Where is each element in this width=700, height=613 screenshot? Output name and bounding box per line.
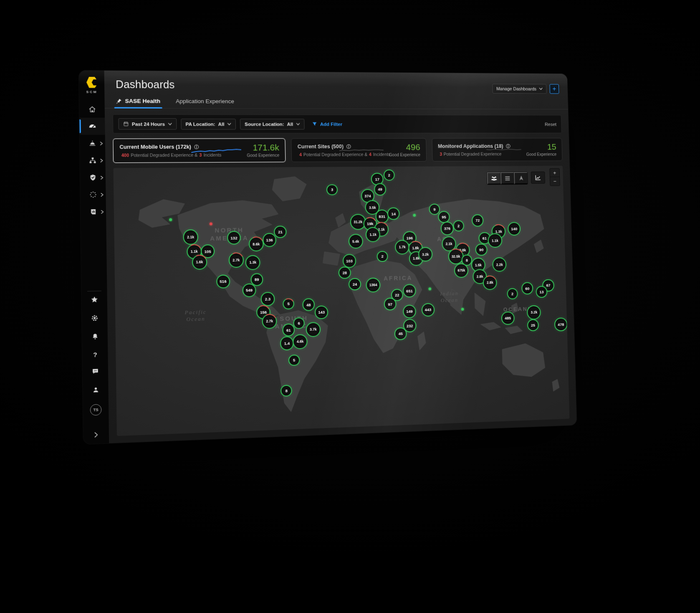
map-navigate-button[interactable] xyxy=(514,172,528,184)
map-bubble-value: 6 xyxy=(298,321,300,325)
map-bubble-value: 9 xyxy=(433,207,435,212)
map-view-users-button[interactable] xyxy=(487,172,501,184)
map-bubble[interactable]: 24 xyxy=(349,278,361,290)
sidebar-collapse-icon[interactable] xyxy=(94,431,99,439)
sidebar-item-network[interactable] xyxy=(80,152,105,169)
map-view-list-button[interactable] xyxy=(500,172,514,184)
kpi-row: Current Mobile Users (172k) ⓘ 400 Potent… xyxy=(113,138,563,163)
map-bubble-value: 831 xyxy=(379,214,385,219)
sidebar-item-incidents[interactable] xyxy=(80,135,105,152)
pa-location-dropdown[interactable]: PA Location: All xyxy=(181,119,236,129)
sidebar-item-home[interactable] xyxy=(79,101,105,118)
profile-person-icon[interactable] xyxy=(92,386,99,395)
scm-logo[interactable]: SCM xyxy=(85,76,99,94)
map-bubble-value: 72 xyxy=(475,218,480,223)
pin-icon xyxy=(116,98,122,104)
kpi-card-monitored-applications[interactable]: Monitored Applications (18) ⓘ 3 Potentia… xyxy=(432,138,562,161)
map-bubble-value: 8 xyxy=(466,258,468,263)
map-bubble-value: 149 xyxy=(406,309,413,314)
map-bubble-value: 2.1k xyxy=(187,235,194,239)
map-bubble[interactable]: 2 xyxy=(453,220,464,231)
chevron-down-icon xyxy=(168,123,172,125)
sidebar-item-security[interactable] xyxy=(80,169,106,186)
map-bubble[interactable]: 1.6k xyxy=(192,254,207,269)
map-bubble-value: 14 xyxy=(391,211,396,216)
map-bubble[interactable]: 32.5k xyxy=(448,248,463,264)
world-map[interactable]: NORTHAMERICASOUTHAMERICAAFRICAASIAOCEANI… xyxy=(113,166,569,436)
shield-check-icon xyxy=(89,174,97,182)
kpi-card-sites[interactable]: Current Sites (500) ⓘ 4 Potential Degrad… xyxy=(291,138,427,162)
tab-sase-health[interactable]: SASE Health xyxy=(116,98,161,108)
map-bubble[interactable]: 103 xyxy=(343,254,356,268)
map-bubble-value: 1.7k xyxy=(399,245,405,249)
map-bubble-value: 61 xyxy=(483,236,487,241)
map-bubble-value: 376 xyxy=(444,226,451,231)
user-avatar[interactable]: TS xyxy=(90,404,102,416)
map-bubble[interactable]: 28 xyxy=(339,266,351,279)
source-location-dropdown[interactable]: Source Location: All xyxy=(240,119,304,129)
map-bubble[interactable]: 72 xyxy=(472,214,484,226)
time-range-dropdown[interactable]: Past 24 Hours xyxy=(118,118,177,129)
sidebar-item-dashboards[interactable] xyxy=(79,118,105,135)
map-bubble-value: 8 xyxy=(285,388,288,393)
map-bubble-value: 1.3k xyxy=(249,260,256,264)
map-bubble[interactable]: 2.7k xyxy=(229,253,244,268)
network-icon xyxy=(88,157,96,165)
scm-logo-icon xyxy=(85,76,99,89)
map-bubble[interactable]: 2 xyxy=(507,288,518,299)
kpi-value-label: Good Experience xyxy=(389,152,420,157)
page-title: Dashboards xyxy=(116,78,175,91)
map-bubble[interactable]: 376 xyxy=(441,222,454,235)
sparkline-chart xyxy=(191,146,242,155)
map-bubble[interactable]: 136 xyxy=(263,233,276,247)
zoom-in-button[interactable]: + xyxy=(550,169,559,177)
map-bubble[interactable]: 2.3 xyxy=(261,292,275,306)
stage: SCM xyxy=(0,0,700,613)
tab-application-experience[interactable]: Application Experience xyxy=(176,98,234,109)
kpi-value: 496 xyxy=(389,143,420,152)
map-bubble[interactable]: 49 xyxy=(374,183,387,196)
settings-gear-icon[interactable] xyxy=(91,314,99,324)
map-bubble-value: 3.7k xyxy=(310,327,317,332)
notifications-bell-icon[interactable] xyxy=(91,333,99,342)
map-bubble[interactable]: 478 xyxy=(554,318,567,331)
sidebar-item-operations[interactable] xyxy=(80,186,106,203)
sidebar-item-reports[interactable] xyxy=(81,203,106,220)
map-bubble-value: 549 xyxy=(246,288,253,292)
map-bubble-value: 60 xyxy=(525,286,529,291)
map-bubble[interactable]: 1.1k xyxy=(488,233,502,248)
chevron-down-icon xyxy=(539,88,543,90)
kpi-card-mobile-users[interactable]: Current Mobile Users (172k) ⓘ 400 Potent… xyxy=(113,138,286,163)
map-bubble[interactable]: 2 xyxy=(384,170,395,181)
add-dashboard-button[interactable]: + xyxy=(549,84,559,94)
map-bubble-value: 3.2k xyxy=(422,252,429,256)
map-bubble-value: 136 xyxy=(266,238,273,242)
feedback-chat-icon[interactable] xyxy=(91,367,99,377)
filter-bar: Past 24 Hours PA Location: All Source Lo… xyxy=(113,114,562,134)
map-bubble[interactable]: 5 xyxy=(283,298,294,310)
map-bubble[interactable]: 485 xyxy=(501,311,515,325)
map-bubble[interactable]: 45 xyxy=(394,327,407,340)
map-bubble-value: 143 xyxy=(318,310,325,314)
map-bubble-value: 2 xyxy=(388,173,390,177)
chevron-right-icon xyxy=(100,174,104,181)
kpi-value: 171.6k xyxy=(247,143,279,152)
add-filter-button[interactable]: Add Filter xyxy=(312,121,342,127)
funnel-icon xyxy=(312,121,317,127)
map-bubble[interactable]: 2.1k xyxy=(183,230,198,245)
map-bubble[interactable]: 14 xyxy=(387,208,400,220)
map-bubble-value: 3.2k xyxy=(531,310,537,314)
zoom-out-button[interactable]: − xyxy=(550,177,560,185)
map-bubble-value: 89 xyxy=(255,277,259,282)
manage-dashboards-button[interactable]: Manage Dashboards xyxy=(492,84,546,94)
map-bubble-value: 5 xyxy=(293,358,296,362)
map-bubble-value: 61 xyxy=(286,328,291,332)
map-bubble-value: 49 xyxy=(378,187,382,192)
favorites-star-icon[interactable] xyxy=(91,296,99,305)
map-chart-view-button[interactable] xyxy=(531,172,546,184)
reset-filters-button[interactable]: Reset xyxy=(545,122,556,127)
map-bubble-value: 1.1k xyxy=(369,233,376,237)
map-bubble[interactable]: 831 xyxy=(375,210,389,223)
map-bubble-value: 28 xyxy=(342,270,347,275)
help-icon[interactable]: ? xyxy=(93,351,97,358)
